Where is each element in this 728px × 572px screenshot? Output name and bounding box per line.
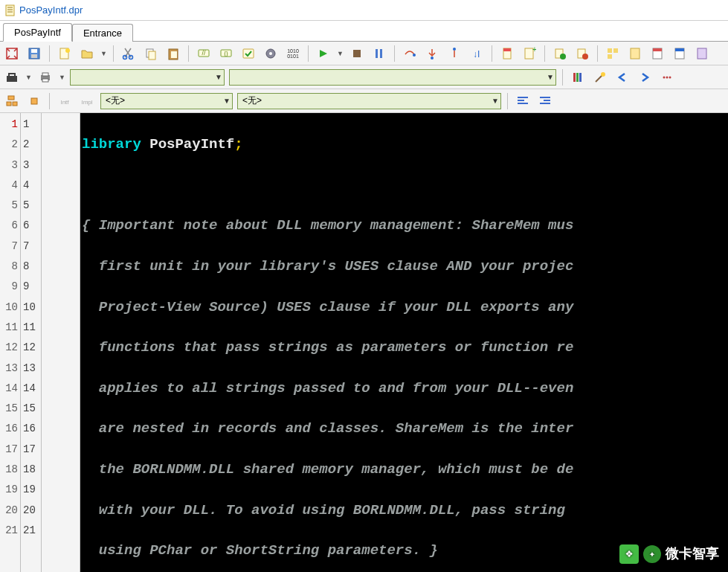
run-icon[interactable] [315,45,332,62]
line-number: 14 [23,379,41,399]
search-combo-2[interactable]: ▼ [229,69,556,86]
print-icon[interactable] [36,68,54,86]
chevron-down-icon: ▼ [215,73,222,81]
doc-c-icon[interactable] [671,45,689,62]
code-editor[interactable]: library PosPayIntf; { Important note abo… [80,113,728,572]
ellipsis-icon[interactable] [658,68,676,86]
tab-entrance[interactable]: Entrance [72,24,133,42]
svg-rect-27 [380,49,382,58]
library-icon[interactable] [569,68,587,86]
code-punct: ; [234,136,242,152]
file-tabs: PosPayIntf Entrance [0,21,728,42]
stop-icon[interactable] [348,45,366,62]
line-number: 7 [0,237,18,257]
separator [562,69,563,86]
separator [492,45,492,62]
svg-point-59 [669,76,671,78]
svg-text:Impl: Impl [81,99,92,106]
module-list-icon[interactable] [604,45,622,62]
svg-rect-61 [7,102,11,106]
nav-combo-2[interactable]: <无>▼ [237,93,501,109]
line-number: 9 [23,277,41,297]
line-number: 14 [0,379,18,399]
comment-block-icon[interactable]: {} [217,45,235,62]
comment-icon[interactable]: // [195,45,213,62]
separator [49,93,50,109]
expand-tree-icon[interactable] [3,92,21,110]
svg-rect-6 [31,49,37,53]
line-number: 10 [0,298,18,318]
step-into-icon[interactable] [423,45,441,62]
forward-icon[interactable] [636,68,654,86]
settings-icon[interactable] [262,45,280,62]
back-icon[interactable] [613,68,631,86]
step-over-icon[interactable] [401,45,419,62]
line-number: 7 [23,237,41,257]
step-out-icon[interactable] [445,45,463,62]
new-file-icon[interactable] [56,45,74,62]
line-number: 11 [23,318,41,338]
code-comment: Project-View Source) USES clause if your… [82,298,728,318]
separator [113,45,114,62]
separator [544,45,545,62]
line-number: 5 [23,196,41,216]
intf-icon[interactable]: Intf [56,92,74,110]
pause-icon[interactable] [370,45,388,62]
binary-icon[interactable]: 10100101 [284,45,302,62]
chevron-down-icon: ▼ [492,97,499,105]
separator [188,45,189,62]
svg-rect-26 [376,49,378,58]
doc-d-icon[interactable] [693,45,711,62]
tab-pospayintf[interactable]: PosPayIntf [3,23,72,42]
svg-rect-15 [171,51,177,58]
svg-rect-60 [8,96,14,100]
search-combo-1[interactable]: ▼ [70,69,225,86]
align-right-icon[interactable] [536,92,554,110]
line-number: 16 [0,419,18,439]
svg-point-22 [269,52,272,55]
save-icon[interactable] [25,45,43,62]
paste-icon[interactable] [164,45,182,62]
svg-rect-54 [576,73,579,82]
dropdown-arrow-icon[interactable]: ▼ [59,74,65,81]
combo-value: <无> [106,94,125,107]
cut-icon[interactable] [120,45,138,62]
impl-icon[interactable]: Impl [78,92,96,110]
align-left-icon[interactable] [514,92,532,110]
toolbar-nav: Intf Impl <无>▼ <无>▼ [0,89,728,113]
line-number-gutter-a: 1 2 3 4 5 6 7 8 9 10 11 12 13 14 15 16 1… [0,113,21,572]
collapse-tree-icon[interactable] [25,92,43,110]
check-icon[interactable] [239,45,257,62]
editor-area: 1 2 3 4 5 6 7 8 9 10 11 12 13 14 15 16 1… [0,113,728,572]
svg-rect-55 [579,73,582,82]
line-number: 3 [23,155,41,176]
chevron-down-icon: ▼ [223,97,231,105]
toolbox-icon[interactable] [3,68,21,86]
line-number: 15 [23,399,41,419]
cursor-position-icon[interactable]: ↓I [468,45,486,62]
svg-text://: // [202,49,206,57]
separator [597,45,598,62]
separator [308,45,309,62]
dropdown-arrow-icon[interactable]: ▼ [25,74,32,81]
svg-rect-48 [698,48,706,59]
dropdown-arrow-icon[interactable]: ▼ [337,50,344,57]
doc-a-icon[interactable] [626,45,644,62]
dropdown-arrow-icon[interactable]: ▼ [100,50,107,57]
new-doc-icon[interactable]: + [521,45,538,62]
expand-icon[interactable] [3,45,21,62]
code-comment: the BORLNDMM.DLL shared memory manager, … [82,460,728,480]
tool-magic-icon[interactable] [591,68,609,86]
line-number: 13 [23,359,41,379]
svg-point-39 [582,54,588,60]
bookmark-icon[interactable] [498,45,516,62]
svg-rect-49 [7,76,17,82]
new-folder-icon[interactable] [78,45,96,62]
line-number: 19 [23,480,41,500]
class-remove-icon[interactable] [573,45,591,62]
class-add-icon[interactable] [551,45,569,62]
doc-b-icon[interactable] [648,45,666,62]
nav-combo-1[interactable]: <无>▼ [100,93,233,109]
code-comment: functions that pass strings as parameter… [82,338,728,358]
copy-icon[interactable] [142,45,160,62]
